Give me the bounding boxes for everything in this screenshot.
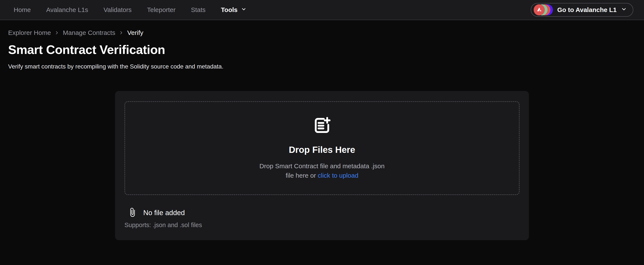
supported-formats-text: Supports: .json and .sol files (124, 221, 520, 229)
breadcrumb-manage-contracts[interactable]: Manage Contracts (63, 29, 115, 36)
chevron-right-icon (119, 30, 124, 35)
avalanche-logo-stack (534, 4, 553, 16)
main-content: Explorer Home Manage Contracts Verify Sm… (0, 29, 644, 240)
dropzone-heading: Drop Files Here (289, 145, 355, 155)
breadcrumb-verify: Verify (127, 29, 143, 36)
nav-item-home[interactable]: Home (14, 6, 31, 14)
file-plus-icon (312, 116, 332, 136)
page-title: Smart Contract Verification (8, 42, 644, 57)
nav-item-validators[interactable]: Validators (104, 6, 132, 14)
file-dropzone[interactable]: Drop Files Here Drop Smart Contract file… (124, 101, 520, 195)
dropzone-description: Drop Smart Contract file and metadata .j… (259, 161, 384, 180)
breadcrumb-explorer-home[interactable]: Explorer Home (8, 29, 51, 36)
dropzone-desc-line1: Drop Smart Contract file and metadata .j… (259, 162, 384, 169)
nav-item-tools[interactable]: Tools (221, 6, 246, 14)
file-status-label: No file added (143, 209, 185, 217)
chevron-right-icon (54, 30, 60, 35)
nav-item-avalanche-l1s[interactable]: Avalanche L1s (46, 6, 88, 14)
go-button-label: Go to Avalanche L1 (557, 6, 617, 14)
chevron-down-icon (621, 6, 627, 14)
nav-item-stats[interactable]: Stats (191, 6, 206, 14)
file-status-row: No file added (128, 207, 520, 218)
breadcrumb: Explorer Home Manage Contracts Verify (8, 29, 644, 36)
avalanche-logo-icon (534, 4, 545, 16)
page-subtitle: Verify smart contracts by recompiling wi… (8, 63, 644, 70)
dropzone-desc-line2: file here or (286, 172, 318, 179)
go-to-avalanche-l1-button[interactable]: Go to Avalanche L1 (531, 3, 633, 17)
paperclip-icon (128, 207, 137, 218)
chevron-down-icon (241, 6, 246, 14)
nav-links: Home Avalanche L1s Validators Teleporter… (14, 6, 246, 14)
nav-item-teleporter[interactable]: Teleporter (147, 6, 175, 14)
top-nav: Home Avalanche L1s Validators Teleporter… (0, 0, 644, 20)
upload-card: Drop Files Here Drop Smart Contract file… (115, 91, 529, 240)
click-to-upload-link[interactable]: click to upload (318, 172, 358, 179)
nav-tools-label: Tools (221, 6, 238, 14)
